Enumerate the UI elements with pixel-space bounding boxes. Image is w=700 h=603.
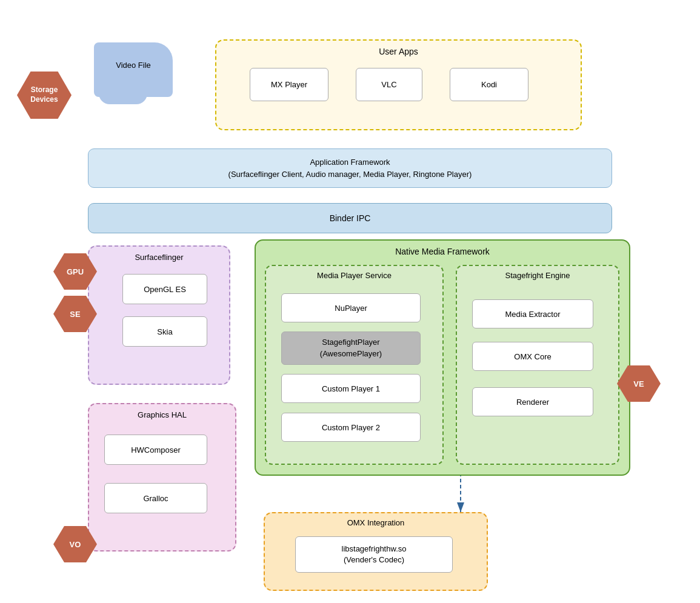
stagefright-engine-container: Stagefright Engine Media Extractor OMX C… [456, 265, 619, 465]
video-file-shape: Video File [94, 42, 173, 97]
mx-player-box: MX Player [250, 68, 328, 101]
media-player-service-label: Media Player Service [266, 271, 442, 280]
hwcomposer-box: HWComposer [104, 435, 207, 465]
media-extractor-box: Media Extractor [472, 299, 593, 328]
omx-integration-label: OMX Integration [265, 518, 487, 527]
storage-devices-hexagon: Storage Devices [17, 72, 72, 119]
user-apps-container: User Apps MX Player VLC Kodi [215, 39, 582, 130]
nuplayer-box: NuPlayer [281, 293, 421, 322]
native-media-framework-label: Native Media Framework [256, 247, 629, 256]
custom-player-1-box: Custom Player 1 [281, 374, 421, 403]
skia-box: Skia [122, 316, 207, 347]
vlc-box: VLC [356, 68, 422, 101]
kodi-box: Kodi [450, 68, 528, 101]
graphics-hal-container: Graphics HAL HWComposer Gralloc [88, 403, 236, 551]
libstagefright-box: libstagefrighthw.so (Vender's Codec) [295, 536, 453, 573]
media-player-service-container: Media Player Service NuPlayer Stagefight… [265, 265, 444, 465]
surfaceflinger-container: Surfaceflinger OpenGL ES Skia [88, 245, 230, 385]
gralloc-box: Gralloc [104, 483, 207, 513]
custom-player-2-box: Custom Player 2 [281, 413, 421, 442]
graphics-hal-label: Graphics HAL [89, 410, 235, 419]
renderer-box: Renderer [472, 387, 593, 416]
omx-core-box: OMX Core [472, 342, 593, 371]
surfaceflinger-label: Surfaceflinger [89, 253, 229, 262]
opengl-es-box: OpenGL ES [122, 274, 207, 304]
stagefright-engine-label: Stagefright Engine [457, 271, 618, 280]
omx-integration-container: OMX Integration libstagefrighthw.so (Ven… [264, 512, 488, 591]
app-framework-box: Application Framework (Surfaceflinger Cl… [88, 148, 612, 188]
video-file-label: Video File [94, 61, 173, 70]
native-media-framework-container: Native Media Framework Media Player Serv… [255, 239, 630, 476]
diagram-container: Storage Devices Video File User Apps MX … [0, 0, 700, 603]
user-apps-label: User Apps [216, 47, 581, 56]
binder-ipc-box: Binder IPC [88, 203, 612, 233]
stagefright-player-box: StagefightPlayer (AwesomePlayer) [281, 331, 421, 365]
